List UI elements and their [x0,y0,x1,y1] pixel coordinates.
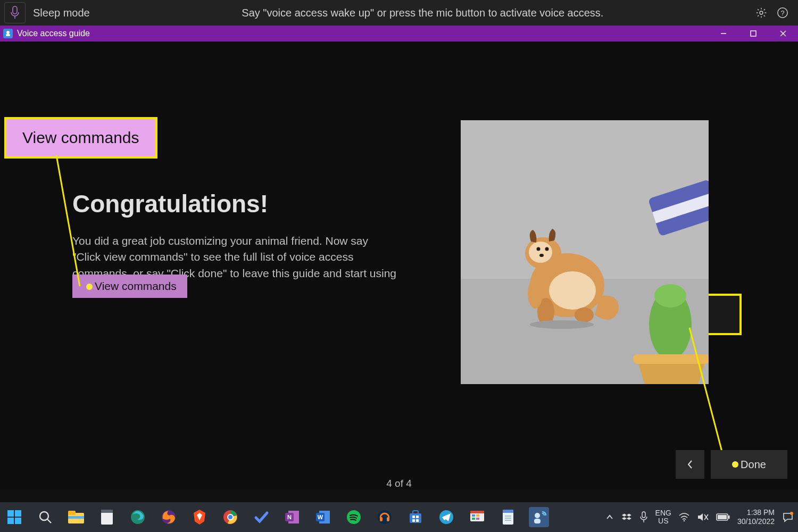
svg-rect-8 [751,31,756,36]
tray-chevron-up-icon[interactable] [605,513,614,521]
voice-access-app-icon[interactable] [529,507,549,527]
audio-app-icon[interactable] [375,507,395,527]
svg-point-14 [537,247,541,251]
store-icon[interactable] [405,507,426,527]
help-icon[interactable]: ? [777,7,788,19]
search-button[interactable] [35,507,55,527]
taskbar: N W ENG US 1:38 PM 30/10/2022 [0,502,798,532]
svg-rect-60 [416,519,419,522]
spotify-icon[interactable] [344,507,364,527]
svg-rect-30 [15,510,21,517]
svg-rect-37 [68,516,84,519]
svg-point-20 [575,307,594,322]
wifi-icon[interactable] [679,513,689,521]
svg-rect-57 [412,516,415,518]
powertoys-icon[interactable] [467,507,487,527]
box-illustration [648,179,709,236]
view-commands-button-label: View commands [95,280,177,292]
chevron-left-icon [686,459,694,470]
guide-content: View commands Congratulations! You did a… [0,41,798,489]
svg-rect-66 [472,518,475,520]
language-line2: US [655,517,671,525]
svg-point-5 [6,31,10,34]
word-icon[interactable]: W [313,507,333,527]
svg-point-15 [545,247,549,251]
volume-muted-icon[interactable] [697,512,709,522]
todo-icon[interactable] [251,507,271,527]
window-title-bar: Voice access guide [0,26,798,41]
svg-text:?: ? [780,9,784,17]
svg-rect-69 [503,510,513,513]
notepad-icon[interactable] [498,507,518,527]
svg-rect-65 [476,514,479,517]
voice-access-top-bar: Sleep mode Say "voice access wake up" or… [0,0,798,26]
done-button[interactable]: Done [711,450,787,479]
svg-point-77 [684,520,685,521]
svg-rect-55 [410,513,421,523]
svg-rect-31 [7,518,14,524]
svg-rect-56 [413,511,418,514]
svg-point-83 [790,512,793,515]
battery-icon[interactable] [716,513,730,521]
previous-button[interactable] [676,450,704,479]
svg-point-2 [760,11,763,14]
svg-point-16 [539,254,544,257]
firefox-icon[interactable] [159,507,179,527]
callout-view-commands: View commands [4,117,157,159]
settings-icon[interactable] [755,7,767,19]
edge-icon[interactable] [128,507,148,527]
svg-point-25 [654,284,686,307]
file-explorer-icon[interactable] [66,507,86,527]
clock[interactable]: 1:38 PM 30/10/2022 [737,508,775,526]
language-line1: ENG [655,509,671,517]
svg-rect-39 [101,510,113,513]
svg-rect-36 [68,511,76,515]
voice-access-prompt: Say "voice access wake up" or press the … [90,7,755,19]
view-commands-button[interactable]: View commands [72,275,187,298]
dog-illustration [525,229,619,329]
svg-rect-67 [476,518,479,520]
minimize-button[interactable] [709,26,738,41]
close-button[interactable] [768,26,798,41]
svg-rect-32 [15,518,21,524]
onenote-icon[interactable]: N [282,507,302,527]
guide-heading: Congratulations! [72,189,268,218]
svg-rect-58 [416,516,419,518]
clock-time: 1:38 PM [737,508,775,517]
clock-date: 30/10/2022 [737,517,775,526]
telegram-icon[interactable] [436,507,456,527]
app-icon-1[interactable] [97,507,117,527]
svg-rect-0 [13,6,17,14]
mic-icon [10,6,20,20]
mic-tray-icon[interactable] [639,511,648,523]
svg-point-21 [530,320,594,329]
svg-rect-59 [412,519,415,522]
illustration-panel [461,120,709,384]
voice-access-mode-label: Sleep mode [33,7,90,19]
svg-rect-74 [534,519,541,523]
svg-text:N: N [287,514,292,520]
chrome-icon[interactable] [220,507,240,527]
svg-point-73 [535,513,540,518]
highlight-dot-icon [86,284,93,290]
mic-button[interactable] [4,2,26,23]
pager-label: 4 of 4 [0,478,798,489]
notifications-icon[interactable] [782,511,794,523]
svg-point-19 [528,279,543,309]
svg-rect-81 [728,516,730,519]
window-title: Voice access guide [17,29,90,38]
dropbox-tray-icon[interactable] [621,512,632,522]
svg-text:W: W [318,514,323,520]
start-button[interactable] [4,507,24,527]
svg-rect-29 [7,510,14,517]
svg-rect-6 [6,34,10,36]
svg-point-13 [529,242,552,263]
language-indicator[interactable]: ENG US [655,509,671,526]
cactus-illustration [633,284,709,384]
brave-icon[interactable] [189,507,210,527]
svg-point-44 [228,515,232,519]
svg-line-34 [47,519,51,523]
app-icon [3,29,13,38]
maximize-button[interactable] [738,26,768,41]
svg-rect-64 [472,514,475,517]
